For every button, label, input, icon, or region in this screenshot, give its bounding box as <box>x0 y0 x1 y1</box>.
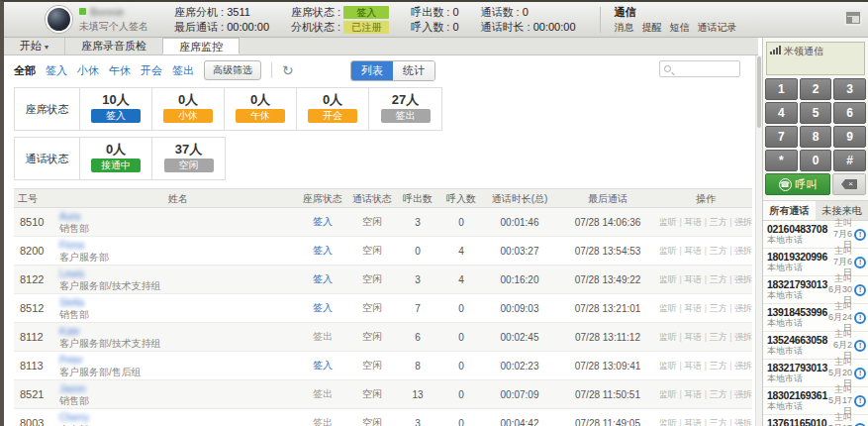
agent-status[interactable]: 签入 <box>297 244 348 258</box>
filter-link[interactable]: 午休 <box>109 63 131 78</box>
agent-status[interactable]: 签入 <box>297 359 348 373</box>
monitor-listen-link[interactable]: 监听 <box>659 274 677 284</box>
call-history-item[interactable]: 13761165010 本地市话 主叫 5月17日 ! <box>763 415 868 426</box>
comm-link[interactable]: 提醒 <box>642 20 662 35</box>
call-info-icon[interactable]: ! <box>854 340 866 352</box>
three-way-link[interactable]: 三方 <box>702 303 726 313</box>
agent-name-link[interactable]: Cherry <box>59 412 297 424</box>
scrollbar-thumb[interactable] <box>757 56 761 128</box>
dial-key[interactable]: 9 <box>833 126 866 148</box>
monitor-listen-link[interactable]: 监听 <box>659 389 677 399</box>
agent-status[interactable]: 签入 <box>297 301 348 315</box>
filter-link[interactable]: 开会 <box>141 63 162 78</box>
comm-link[interactable]: 消息 <box>615 20 634 35</box>
call-history-item[interactable]: 18321793013 本地市话 主叫 5月20日 ! <box>763 360 868 387</box>
call-history-item[interactable]: 13524663058 本地市话 主叫 6月2日 ! <box>763 332 868 360</box>
whisper-link[interactable]: 耳语 <box>677 389 702 399</box>
agent-status[interactable]: 签入 <box>297 272 348 286</box>
dial-key[interactable]: 7 <box>765 126 798 148</box>
agent-status[interactable]: 签入 <box>297 215 348 229</box>
three-way-link[interactable]: 三方 <box>702 217 726 227</box>
search-input[interactable] <box>659 60 740 77</box>
call-info-icon[interactable]: ! <box>854 229 866 241</box>
filter-link[interactable]: 签出 <box>172 63 194 78</box>
status-cell[interactable]: 0人 接通中 <box>80 138 152 179</box>
dial-key[interactable]: 2 <box>800 78 832 100</box>
call-button[interactable]: ☎ 呼叫 <box>765 173 830 195</box>
whisper-link[interactable]: 耳语 <box>677 274 702 284</box>
call-info-icon[interactable]: ! <box>854 312 866 324</box>
call-info-icon[interactable]: ! <box>854 423 866 426</box>
filter-link[interactable]: 小休 <box>77 63 99 78</box>
view-stats-button[interactable]: 统计 <box>393 61 434 80</box>
force-disconnect-link[interactable]: 强拆 <box>727 389 752 399</box>
three-way-link[interactable]: 三方 <box>702 361 726 371</box>
call-history-item[interactable]: 18302169361 本地市话 主叫 5月17日 ! <box>763 387 868 415</box>
call-info-icon[interactable]: ! <box>854 395 866 407</box>
dial-key[interactable]: 5 <box>800 102 832 124</box>
force-disconnect-link[interactable]: 强拆 <box>727 361 752 371</box>
dial-key[interactable]: * <box>765 150 798 171</box>
agent-name-link[interactable]: Lewis <box>59 268 297 280</box>
advanced-filter-button[interactable]: 高级筛选 <box>204 60 261 80</box>
whisper-link[interactable]: 耳语 <box>677 303 702 313</box>
call-history-item[interactable]: 18321793013 本地市话 主叫 6月30日 ! <box>763 276 868 304</box>
filter-all[interactable]: 全部 <box>14 63 36 78</box>
status-cell[interactable]: 10人 签入 <box>80 88 152 130</box>
main-scrollbar[interactable] <box>755 55 762 426</box>
force-disconnect-link[interactable]: 强拆 <box>727 246 752 256</box>
status-cell[interactable]: 0人 小休 <box>152 88 225 130</box>
call-info-icon[interactable]: ! <box>854 257 866 268</box>
tab-all-calls[interactable]: 所有通话 <box>763 201 816 220</box>
monitor-listen-link[interactable]: 监听 <box>659 332 677 342</box>
force-disconnect-link[interactable]: 强拆 <box>727 217 752 227</box>
call-history-item[interactable]: 02160483708 本地市话 主叫 7月6日 ! <box>763 221 868 249</box>
dialer-display[interactable]: 米领通信 <box>766 42 865 75</box>
agent-status[interactable]: 签出 <box>297 416 348 426</box>
backspace-button[interactable]: × <box>832 173 866 195</box>
status-cell[interactable]: 37人 空闲 <box>152 138 225 179</box>
dial-key[interactable]: 0 <box>800 150 832 171</box>
dial-key[interactable]: 1 <box>765 78 798 100</box>
agent-name-link[interactable]: Aura <box>59 211 297 223</box>
call-history-item[interactable]: 18019320996 本地市话 主叫 7月6日 ! <box>763 249 868 276</box>
whisper-link[interactable]: 耳语 <box>677 361 702 371</box>
refresh-icon[interactable]: ↻ <box>282 63 294 77</box>
monitor-listen-link[interactable]: 监听 <box>659 246 677 256</box>
dial-key[interactable]: 3 <box>833 78 866 100</box>
three-way-link[interactable]: 三方 <box>702 389 726 399</box>
dial-key[interactable]: # <box>833 150 866 171</box>
dial-key[interactable]: 8 <box>800 126 832 148</box>
layout-grid-icon[interactable] <box>846 12 860 24</box>
monitor-listen-link[interactable]: 监听 <box>659 418 677 426</box>
monitor-listen-link[interactable]: 监听 <box>659 217 677 227</box>
agent-name-link[interactable]: Stella <box>59 297 297 309</box>
monitor-listen-link[interactable]: 监听 <box>659 303 677 313</box>
agent-name-link[interactable]: Kate <box>59 326 297 338</box>
call-info-icon[interactable]: ! <box>854 368 866 379</box>
avatar[interactable] <box>46 6 72 33</box>
whisper-link[interactable]: 耳语 <box>677 418 702 426</box>
dial-key[interactable]: 4 <box>765 102 798 124</box>
filter-link[interactable]: 签入 <box>46 63 67 78</box>
tab-start[interactable]: 开始 ▾ <box>4 38 65 54</box>
call-info-icon[interactable]: ! <box>854 284 866 296</box>
force-disconnect-link[interactable]: 强拆 <box>727 418 752 426</box>
three-way-link[interactable]: 三方 <box>702 332 726 342</box>
force-disconnect-link[interactable]: 强拆 <box>727 332 752 342</box>
tab-agent-monitor[interactable]: 座席监控 <box>162 38 240 54</box>
three-way-link[interactable]: 三方 <box>702 274 726 284</box>
force-disconnect-link[interactable]: 强拆 <box>727 303 752 313</box>
status-cell[interactable]: 27人 签出 <box>369 88 441 130</box>
whisper-link[interactable]: 耳语 <box>677 332 702 342</box>
three-way-link[interactable]: 三方 <box>702 418 726 426</box>
whisper-link[interactable]: 耳语 <box>677 217 702 227</box>
comm-link[interactable]: 通话记录 <box>698 20 737 35</box>
monitor-listen-link[interactable]: 监听 <box>659 361 677 371</box>
agent-status[interactable]: 签出 <box>297 330 348 344</box>
agent-status[interactable]: 签出 <box>297 387 348 401</box>
agent-name-link[interactable]: Peter <box>59 355 297 367</box>
agent-name-link[interactable]: Jason <box>59 383 297 395</box>
force-disconnect-link[interactable]: 强拆 <box>727 274 752 284</box>
whisper-link[interactable]: 耳语 <box>677 246 702 256</box>
